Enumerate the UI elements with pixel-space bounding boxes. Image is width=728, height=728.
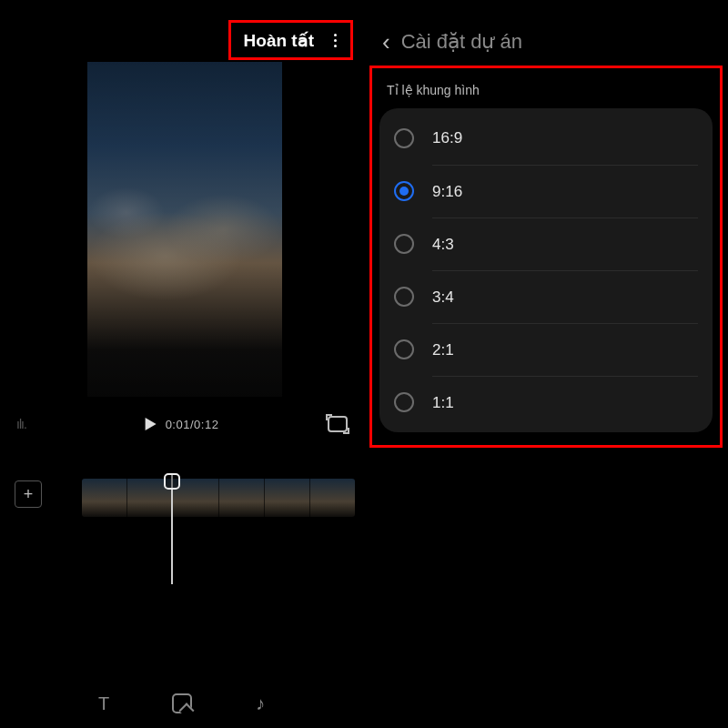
- time-display: 0:01/0:12: [166, 418, 219, 431]
- aspect-ratio-option[interactable]: 3:4: [379, 270, 713, 323]
- text-tool-icon[interactable]: T: [92, 692, 116, 715]
- aspect-ratio-section-label: Tỉ lệ khung hình: [387, 83, 713, 97]
- radio-icon[interactable]: [394, 287, 414, 307]
- radio-icon[interactable]: [394, 234, 414, 254]
- aspect-ratio-highlight: Tỉ lệ khung hình 16:99:164:33:42:11:1: [369, 66, 723, 448]
- radio-icon[interactable]: [394, 181, 414, 201]
- clip-track[interactable]: [82, 479, 355, 517]
- more-menu-icon[interactable]: [327, 34, 343, 47]
- aspect-ratio-option-label: 4:3: [432, 236, 454, 254]
- aspect-ratio-option-label: 9:16: [432, 183, 462, 201]
- playhead-handle-icon[interactable]: [164, 473, 180, 490]
- aspect-ratio-list: 16:99:164:33:42:11:1: [379, 108, 713, 432]
- done-button[interactable]: Hoàn tất: [244, 30, 314, 51]
- add-clip-button[interactable]: +: [15, 480, 42, 508]
- radio-icon[interactable]: [394, 339, 414, 359]
- aspect-ratio-option[interactable]: 9:16: [379, 165, 713, 217]
- settings-header: ‹ Cài đặt dự án: [364, 24, 728, 60]
- timeline[interactable]: +: [0, 470, 364, 524]
- project-settings-pane: ‹ Cài đặt dự án Tỉ lệ khung hình 16:99:1…: [364, 0, 728, 728]
- radio-icon[interactable]: [394, 392, 414, 412]
- editor-header: Hoàn tất: [0, 20, 364, 60]
- transport-bar: ılı. 0:01/0:12: [0, 408, 364, 440]
- play-icon[interactable]: [146, 418, 157, 430]
- aspect-ratio-option[interactable]: 1:1: [379, 376, 713, 429]
- video-preview[interactable]: [87, 62, 282, 397]
- aspect-ratio-option[interactable]: 2:1: [379, 323, 713, 376]
- music-tool-icon[interactable]: ♪: [248, 692, 272, 715]
- volume-levels-icon[interactable]: ılı.: [16, 417, 26, 431]
- aspect-ratio-option-label: 3:4: [432, 288, 454, 307]
- editor-pane: Hoàn tất ılı. 0:01/0:12 + T ♪: [0, 0, 364, 728]
- back-icon[interactable]: ‹: [382, 30, 390, 54]
- sticker-tool-icon[interactable]: [170, 692, 194, 715]
- aspect-ratio-option-label: 1:1: [432, 394, 454, 412]
- bottom-toolbar: T ♪: [0, 692, 364, 715]
- aspect-ratio-option[interactable]: 4:3: [379, 217, 713, 270]
- fullscreen-icon[interactable]: [328, 416, 348, 432]
- done-highlight: Hoàn tất: [228, 20, 353, 60]
- settings-title: Cài đặt dự án: [401, 30, 522, 54]
- aspect-ratio-option-label: 2:1: [432, 341, 454, 359]
- aspect-ratio-option-label: 16:9: [432, 129, 462, 147]
- playhead[interactable]: [171, 475, 173, 584]
- aspect-ratio-option[interactable]: 16:9: [379, 112, 713, 165]
- radio-icon[interactable]: [394, 128, 414, 148]
